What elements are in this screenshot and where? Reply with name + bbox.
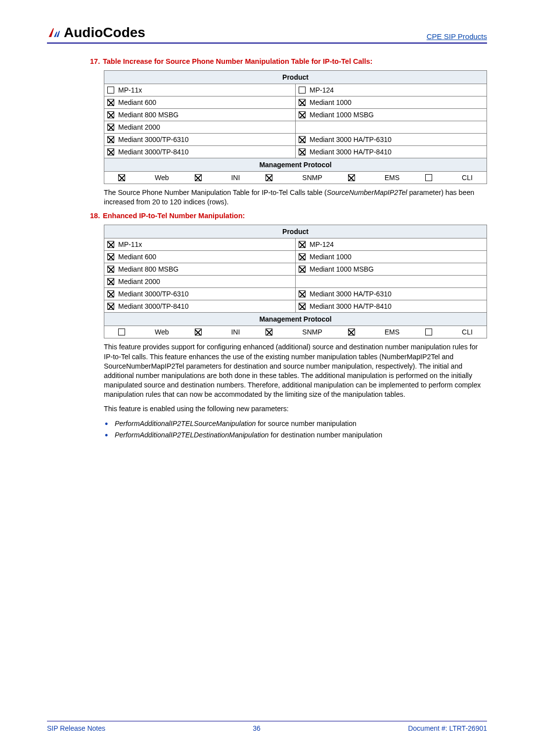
item-17-product-table: Product MP-11xMP-124Mediant 600Mediant 1…: [104, 70, 487, 184]
product-label: Mediant 800 MSBG: [118, 265, 178, 273]
footer-left: SIP Release Notes: [47, 724, 105, 732]
table-cell: Mediant 600: [104, 251, 296, 263]
checkbox-icon: [299, 87, 306, 94]
table-cell: MP-11x: [104, 238, 296, 251]
item-18-title: Enhanced IP-to-Tel Number Manipulation:: [103, 212, 245, 220]
checkbox-icon: [118, 329, 125, 335]
checkbox-icon: [118, 174, 125, 181]
header-bar: AudioCodes CPE SIP Products: [47, 25, 487, 44]
table-cell: Mediant 3000 HA/TP-8410: [296, 146, 487, 158]
checkbox-icon: [266, 174, 272, 181]
table-cell: MP-11x: [104, 84, 296, 96]
product-label: Mediant 3000 HA/TP-6310: [310, 136, 392, 143]
table-cell: Mediant 1000: [296, 251, 487, 263]
checkbox-icon: [299, 241, 306, 248]
product-header: Product: [104, 225, 487, 238]
checkbox-icon: [299, 290, 306, 297]
mgmt-protocol-header: Management Protocol: [104, 158, 487, 172]
checkbox-icon: [299, 99, 306, 106]
item-17-product-rows: MP-11xMP-124Mediant 600Mediant 1000Media…: [104, 84, 487, 158]
checkbox-icon: [299, 136, 306, 143]
product-label: MP-11x: [118, 86, 142, 94]
checkbox-icon: [107, 253, 114, 260]
mgmt-protocol-label: Web: [155, 174, 169, 182]
mgmt-protocol-label: INI: [231, 174, 240, 182]
table-cell: Mediant 3000/TP-6310: [104, 134, 296, 146]
checkbox-icon: [107, 124, 114, 131]
product-label: Mediant 3000/TP-8410: [118, 302, 188, 310]
table-cell: Mediant 800 MSBG: [104, 263, 296, 276]
checkbox-icon: [348, 174, 355, 181]
product-label: Mediant 1000 MSBG: [310, 265, 374, 273]
parameter-name: PerformAdditionalIP2TELDestinationManipu…: [115, 431, 269, 439]
checkbox-icon: [107, 111, 114, 118]
product-label: Mediant 800 MSBG: [118, 111, 178, 119]
checkbox-icon: [107, 148, 114, 155]
product-header: Product: [104, 71, 487, 84]
item-18-product-rows: MP-11xMP-124Mediant 600Mediant 1000Media…: [104, 238, 487, 313]
product-label: MP-124: [310, 240, 334, 248]
mgmt-protocol-label: SNMP: [302, 328, 322, 336]
top-link-cpe-sip-products[interactable]: CPE SIP Products: [427, 32, 487, 41]
logo: AudioCodes: [47, 25, 145, 41]
mgmt-protocol-label: EMS: [385, 174, 400, 182]
item-17-number: 17.: [90, 57, 103, 65]
checkbox-icon: [299, 253, 306, 260]
table-cell: [296, 276, 487, 288]
list-item: PerformAdditionalIP2TELDestinationManipu…: [115, 430, 487, 440]
table-cell: Mediant 3000 HA/TP-6310: [296, 134, 487, 146]
mgmt-protocol-header: Management Protocol: [104, 313, 487, 326]
product-label: MP-124: [310, 86, 334, 94]
product-label: Mediant 600: [118, 98, 156, 106]
mgmt-protocol-label: Web: [155, 328, 169, 336]
checkbox-icon: [425, 174, 432, 181]
footer-right: Document #: LTRT-26901: [408, 724, 487, 732]
checkbox-icon: [299, 303, 306, 310]
mgmt-protocol-label: INI: [231, 328, 240, 336]
mgmt-protocol-label: EMS: [385, 328, 400, 336]
item-18-mgmt-row: WebINISNMPEMSCLI: [107, 328, 484, 336]
product-label: Mediant 3000 HA/TP-8410: [310, 302, 392, 310]
checkbox-icon: [299, 148, 306, 155]
table-cell: MP-124: [296, 238, 487, 251]
table-cell: Mediant 1000 MSBG: [296, 263, 487, 276]
checkbox-icon: [107, 87, 114, 94]
checkbox-icon: [195, 329, 202, 335]
table-cell: Mediant 2000: [104, 276, 296, 288]
product-label: MP-11x: [118, 240, 142, 248]
item-18-para2: This feature is enabled using the follow…: [104, 404, 487, 414]
checkbox-icon: [425, 329, 432, 335]
checkbox-icon: [107, 241, 114, 248]
checkbox-icon: [299, 111, 306, 118]
item-17-title: Table Increase for Source Phone Number M…: [103, 57, 372, 65]
table-cell: Mediant 3000 HA/TP-8410: [296, 300, 487, 313]
checkbox-icon: [266, 329, 272, 335]
product-label: Mediant 3000/TP-6310: [118, 136, 188, 143]
product-label: Mediant 3000 HA/TP-6310: [310, 290, 392, 298]
table-cell: [296, 121, 487, 134]
table-cell: Mediant 1000 MSBG: [296, 109, 487, 121]
product-label: Mediant 600: [118, 253, 156, 261]
product-label: Mediant 3000/TP-6310: [118, 290, 188, 298]
checkbox-icon: [107, 266, 114, 273]
table-cell: Mediant 3000/TP-8410: [104, 300, 296, 313]
product-label: Mediant 2000: [118, 123, 160, 131]
parameter-name: PerformAdditionalIP2TELSourceManipulatio…: [115, 420, 256, 427]
table-cell: Mediant 3000/TP-8410: [104, 146, 296, 158]
mgmt-protocol-label: CLI: [462, 174, 473, 182]
item-17-description: The Source Phone Number Manipulation Tab…: [104, 188, 487, 207]
product-label: Mediant 1000 MSBG: [310, 111, 374, 119]
checkbox-icon: [348, 329, 355, 335]
table-cell: Mediant 1000: [296, 96, 487, 109]
checkbox-icon: [107, 99, 114, 106]
mgmt-protocol-label: SNMP: [302, 174, 322, 182]
product-label: Mediant 2000: [118, 278, 160, 285]
footer-page-number: 36: [253, 724, 261, 732]
checkbox-icon: [107, 278, 114, 285]
checkbox-icon: [107, 303, 114, 310]
item-18-bullet-list: PerformAdditionalIP2TELSourceManipulatio…: [104, 419, 487, 440]
checkbox-icon: [107, 136, 114, 143]
footer: SIP Release Notes 36 Document #: LTRT-26…: [47, 721, 487, 732]
product-label: Mediant 1000: [310, 253, 352, 261]
item-17-heading: 17.Table Increase for Source Phone Numbe…: [104, 57, 487, 65]
